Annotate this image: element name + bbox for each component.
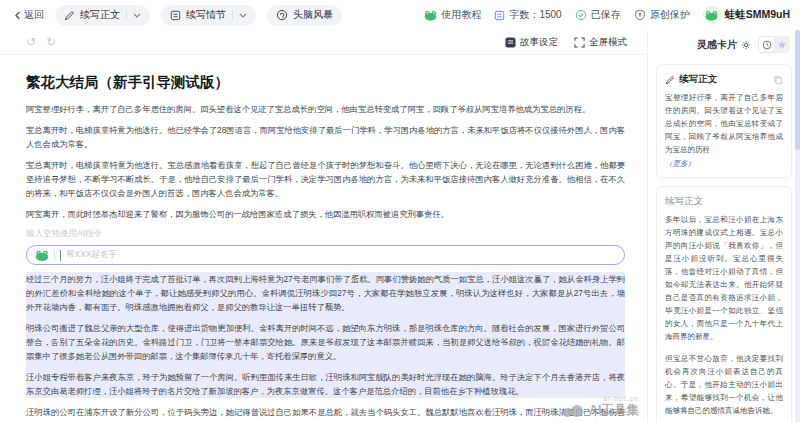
history-controls: ↺ ↻ xyxy=(26,35,56,49)
highlighted-paragraph[interactable]: 经过三个月的努力，汪小姐终于完成了首批订单，再次回到上海特意为27号老同事们带了… xyxy=(26,272,625,314)
card-text: 宝整理好行李，离开了自己多年居住的房间。回头望着这个见证了宝总成长的空间，他由宝… xyxy=(665,91,783,156)
pen-icon xyxy=(665,75,675,85)
sidebar-scrollbar xyxy=(795,30,800,422)
continue-plot-button[interactable]: 续写情节 xyxy=(161,5,256,26)
paragraph[interactable]: 宝总离开时，电梯孩童特意为他送行。他已经学会了28国语言，而阿宝给他安排了最后一… xyxy=(26,123,625,151)
original-protection[interactable]: 原创保护 xyxy=(634,8,690,22)
back-button[interactable]: 返回 xyxy=(14,8,44,22)
paragraph[interactable]: 阿宝离开，而此时强慕杰却迎来了警察，因为服饰公司的一战给国家造成了损失，他因滥用… xyxy=(26,207,625,221)
frog-icon xyxy=(424,10,437,21)
text-cursor xyxy=(60,250,61,261)
plot-icon xyxy=(170,10,181,21)
back-label: 返回 xyxy=(24,8,44,22)
paragraph[interactable]: 宝总离开时，电梯孩童特意为他送行。宝总感激地看着孩童，想起了自己曾经是个孩子时的… xyxy=(26,158,625,200)
shield-icon xyxy=(634,9,646,21)
check-circle-icon xyxy=(575,9,587,21)
inspiration-card: 续写正文 多年以后，宝总和汪小姐在上海东方明珠的建成仪式上相遇。宝总小声的向汪小… xyxy=(656,186,792,422)
ai-command-input[interactable]: 帮XXX起名字 xyxy=(26,245,625,265)
chevron-down-icon[interactable] xyxy=(133,13,141,18)
brainstorm-button[interactable]: 头脑风暴 xyxy=(267,5,342,26)
sidebar-header: 灵感卡片 xyxy=(648,32,800,58)
story-settings-icon xyxy=(505,37,516,48)
editor-toolbar: ↺ ↻ 故事设定 全屏模式 xyxy=(0,30,647,55)
tutorial-button[interactable]: 使用教程 xyxy=(424,8,481,22)
pill-divider xyxy=(126,10,127,20)
top-bar-right: 使用教程 字数：1500 已保存 原创保护 蛙蛙SMM9uH xyxy=(424,6,790,24)
fullscreen-icon xyxy=(574,37,585,48)
saved-status: 已保存 xyxy=(575,8,621,22)
main-area: ↺ ↻ 故事设定 全屏模式 繁花大结局（新手引导测试版） 阿宝整理好行李，离 xyxy=(0,30,800,422)
star-icon xyxy=(777,40,787,50)
card-view-toggle xyxy=(758,36,790,53)
paragraph[interactable]: 阿宝整理好行李，离开了自己多年居住的房间。回头望着这个见证了宝总成长的空间，他由… xyxy=(26,102,625,116)
card-type-label: 续写正文 xyxy=(679,73,769,86)
top-bar-left: 返回 续写正文 续写情节 头脑风暴 xyxy=(14,5,342,26)
highlighted-paragraph[interactable]: 明珠公司搬进了魏总父亲的大型仓库，使得进出货物更加便利。金科离开的时间不远，她望… xyxy=(26,321,625,363)
saved-label: 已保存 xyxy=(591,8,621,22)
sidebar-title: 灵感卡片 xyxy=(697,38,737,52)
editor-toolbar-right: 故事设定 全屏模式 xyxy=(505,36,627,49)
top-bar: 返回 续写正文 续写情节 头脑风暴 使用教程 xyxy=(0,0,800,30)
gear-icon[interactable] xyxy=(741,40,751,50)
clock-icon xyxy=(762,40,772,50)
card-type-label: 续写正文 xyxy=(665,195,783,208)
brainstorm-label: 头脑风暴 xyxy=(293,8,333,22)
ai-input-placeholder: 帮XXX起名字 xyxy=(66,249,117,261)
pen-icon xyxy=(64,10,75,21)
username: 蛙蛙SMM9uH xyxy=(725,8,790,22)
word-count-icon xyxy=(494,10,505,21)
frog-icon xyxy=(35,250,49,261)
word-count: 字数：1500 xyxy=(494,8,561,22)
pill-divider xyxy=(232,10,233,20)
more-link[interactable]: （更多） xyxy=(665,159,783,169)
card-text: 多年以后，宝总和汪小姐在上海东方明珠的建成仪式上相遇。宝总小声的向汪小姐说「我喜… xyxy=(665,213,783,343)
paragraph[interactable]: 汪明珠的公司在浦东开设了新分公司，位于码头旁边，她记得曾说过自己如果不是总舵，就… xyxy=(26,405,625,422)
ai-command-hint: 输入空格使用AI指令 xyxy=(26,228,625,240)
card-text: 但宝总不甘心放弃，他决定要找到机会再次向汪小姐表达自己的真心。于是，他开始主动的… xyxy=(665,352,783,417)
story-settings-button[interactable]: 故事设定 xyxy=(505,36,558,49)
inspiration-cards: 续写正文 宝整理好行李，离开了自己多年居住的房间。回头望着这个见证了宝总成长的空… xyxy=(648,58,800,422)
scrollbar-thumb[interactable] xyxy=(795,30,800,150)
input-divider xyxy=(54,250,55,260)
word-count-label: 字数：1500 xyxy=(509,8,561,22)
continue-writing-button[interactable]: 续写正文 xyxy=(55,5,150,26)
favorites-tab[interactable] xyxy=(774,37,789,52)
editor-content[interactable]: 繁花大结局（新手引导测试版） 阿宝整理好行李，离开了自己多年居住的房间。回头望着… xyxy=(0,55,647,422)
editor-pane: ↺ ↻ 故事设定 全屏模式 繁花大结局（新手引导测试版） 阿宝整理好行李，离 xyxy=(0,30,648,422)
history-tab[interactable] xyxy=(759,37,774,52)
highlighted-paragraph[interactable]: 汪小姐专程带着客户来夜东京，玲子为她预留了一个房间。听到里面传来生日歌，汪明珠和… xyxy=(26,370,625,398)
fullscreen-button[interactable]: 全屏模式 xyxy=(574,36,627,49)
frog-icon xyxy=(705,10,718,21)
redo-icon[interactable]: ↻ xyxy=(46,35,56,49)
writing-app: 返回 续写正文 续写情节 头脑风暴 使用教程 xyxy=(0,0,800,422)
story-settings-label: 故事设定 xyxy=(520,36,558,49)
protection-label: 原创保护 xyxy=(650,8,690,22)
user-account[interactable]: 蛙蛙SMM9uH xyxy=(703,6,790,24)
chevron-down-icon[interactable] xyxy=(239,13,247,18)
continue-plot-label: 续写情节 xyxy=(186,8,226,22)
avatar xyxy=(703,6,721,24)
brainstorm-icon xyxy=(276,9,288,21)
chevron-left-icon xyxy=(14,11,21,20)
document-title[interactable]: 繁花大结局（新手引导测试版） xyxy=(26,73,625,92)
continue-writing-label: 续写正文 xyxy=(80,8,120,22)
fullscreen-label: 全屏模式 xyxy=(589,36,627,49)
inspiration-sidebar: 灵感卡片 续写正文 xyxy=(648,30,800,422)
tutorial-label: 使用教程 xyxy=(441,8,481,22)
undo-icon[interactable]: ↺ xyxy=(26,35,36,49)
ai-generated-highlight[interactable]: 经过三个月的努力，汪小姐终于完成了首批订单，再次回到上海特意为27号老同事们带了… xyxy=(26,272,625,398)
copy-icon[interactable] xyxy=(773,75,783,85)
inspiration-card: 续写正文 宝整理好行李，离开了自己多年居住的房间。回头望着这个见证了宝总成长的空… xyxy=(656,64,792,178)
